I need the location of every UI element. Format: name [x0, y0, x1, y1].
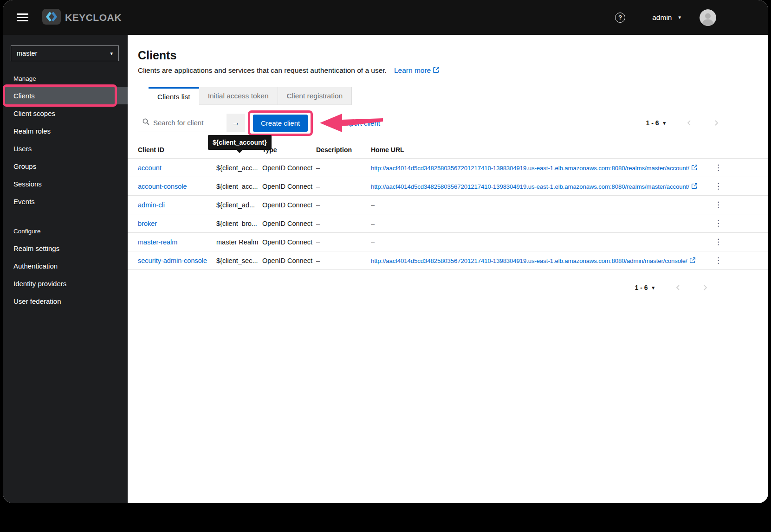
hamburger-menu-button[interactable]: [13, 8, 32, 27]
create-client-button[interactable]: Create client: [253, 115, 308, 132]
client-id-cell: admin-cli: [128, 196, 216, 214]
sidebar-item-groups[interactable]: Groups: [3, 157, 128, 175]
tooltip: ${client_account}: [208, 135, 272, 150]
table-row: account${client_acc...OpenID Connect–htt…: [128, 159, 768, 177]
kebab-menu-button[interactable]: ⋮: [712, 200, 725, 210]
sidebar-item-realm-roles[interactable]: Realm roles: [3, 122, 128, 140]
client-id-link[interactable]: master-realm: [138, 238, 177, 246]
sidebar-item-identity-providers[interactable]: Identity providers: [3, 275, 128, 292]
sidebar-item-label: Groups: [13, 162, 36, 170]
sidebar-item-user-federation[interactable]: User federation: [3, 292, 128, 310]
pagination-next-button[interactable]: [693, 120, 719, 126]
pagination-range[interactable]: 1 - 6: [635, 284, 648, 291]
sidebar-item-label: Sessions: [13, 180, 42, 188]
tab-client-registration[interactable]: Client registration: [278, 87, 352, 105]
description-cell: –: [316, 233, 371, 251]
description-cell: –: [316, 159, 371, 177]
topbar-right: ? admin ▾: [615, 9, 716, 26]
home-url-cell: http://aacf4014d5cd34825803567201217410-…: [371, 159, 699, 177]
avatar[interactable]: [700, 9, 716, 26]
description-value: –: [316, 183, 320, 190]
sidebar-item-label: Clients: [13, 92, 35, 100]
home-url-empty: –: [371, 201, 375, 209]
external-link-icon: [692, 183, 697, 190]
type-cell: OpenID Connect: [262, 159, 316, 177]
realm-selector[interactable]: master ▾: [11, 45, 119, 61]
tab-initial-access-token[interactable]: Initial access token: [199, 87, 278, 105]
sidebar-item-users[interactable]: Users: [3, 140, 128, 157]
kebab-menu-button[interactable]: ⋮: [712, 163, 725, 173]
pagination-next-button[interactable]: [681, 284, 708, 291]
sidebar-item-clients[interactable]: Clients: [3, 87, 128, 104]
client-id-cell: broker: [128, 214, 216, 233]
client-id-link[interactable]: account: [138, 164, 162, 172]
sidebar-item-events[interactable]: Events: [3, 192, 128, 210]
keycloak-icon: [42, 8, 62, 27]
home-url-empty: –: [371, 238, 375, 246]
table-row: security-admin-console${client_sec...Ope…: [128, 251, 768, 270]
name-cell: ${client_sec...: [216, 251, 262, 270]
sidebar-item-client-scopes[interactable]: Client scopes: [3, 104, 128, 122]
tab-clients-list[interactable]: Clients list: [149, 87, 199, 105]
sidebar-item-realm-settings[interactable]: Realm settings: [3, 239, 128, 257]
sidebar-item-label: User federation: [13, 297, 61, 305]
home-url-link[interactable]: http://aacf4014d5cd34825803567201217410-…: [371, 183, 697, 190]
actions-cell: ⋮: [699, 251, 768, 270]
client-id-link[interactable]: admin-cli: [138, 201, 165, 209]
home-url-cell: –: [371, 233, 699, 251]
search-icon: [143, 118, 149, 127]
help-icon[interactable]: ?: [615, 13, 625, 23]
description-value: –: [316, 238, 320, 246]
home-url-cell: –: [371, 196, 699, 214]
type-cell: OpenID Connect: [262, 214, 316, 233]
user-menu[interactable]: admin ▾: [652, 13, 681, 22]
kebab-menu-button[interactable]: ⋮: [712, 237, 725, 247]
kebab-menu-button[interactable]: ⋮: [712, 256, 725, 265]
toolbar: → Create client Import client 1 - 6 ▾: [128, 113, 768, 133]
client-id-link[interactable]: account-console: [138, 183, 187, 190]
sidebar-item-label: Realm roles: [13, 127, 51, 135]
description-cell: –: [316, 214, 371, 233]
sidebar-item-authentication[interactable]: Authentication: [3, 257, 128, 275]
table-row: account-console${client_acc...OpenID Con…: [128, 177, 768, 196]
search-input[interactable]: [153, 119, 223, 127]
column-header-actions: [699, 141, 768, 159]
client-id-link[interactable]: security-admin-console: [138, 257, 207, 264]
kebab-menu-button[interactable]: ⋮: [712, 181, 725, 191]
table-row: broker${client_bro...OpenID Connect––⋮: [128, 214, 768, 233]
client-id-cell: security-admin-console: [128, 251, 216, 270]
learn-more-link[interactable]: Learn more: [394, 66, 439, 75]
actions-cell: ⋮: [699, 177, 768, 196]
type-cell: OpenID Connect: [262, 233, 316, 251]
home-url-link[interactable]: http://aacf4014d5cd34825803567201217410-…: [371, 257, 695, 264]
description-value: –: [316, 220, 320, 227]
client-id-cell: account-console: [128, 177, 216, 196]
pagination-prev-button[interactable]: [654, 284, 681, 291]
client-id-link[interactable]: broker: [138, 220, 157, 227]
name-cell: master Realm: [216, 233, 262, 251]
client-id-cell: account: [128, 159, 216, 177]
home-url-link[interactable]: http://aacf4014d5cd34825803567201217410-…: [371, 165, 697, 172]
sidebar-item-label: Identity providers: [13, 280, 66, 288]
brand-text: KEYCLOAK: [65, 12, 122, 23]
home-url-cell: http://aacf4014d5cd34825803567201217410-…: [371, 177, 699, 196]
pagination-prev-button[interactable]: [666, 120, 693, 126]
chevron-down-icon: ▾: [678, 14, 681, 20]
sidebar-item-label: Events: [13, 198, 35, 205]
sidebar-item-sessions[interactable]: Sessions: [3, 175, 128, 192]
username: admin: [652, 13, 672, 22]
external-link-icon: [433, 66, 439, 75]
search-submit-button[interactable]: →: [227, 114, 245, 132]
main-content: Clients Clients are applications and ser…: [128, 35, 768, 503]
type-cell: OpenID Connect: [262, 196, 316, 214]
import-client-link[interactable]: Import client: [342, 119, 380, 127]
kebab-menu-button[interactable]: ⋮: [712, 218, 725, 228]
table-row: admin-cli${client_ad...OpenID Connect––⋮: [128, 196, 768, 214]
description-value: –: [316, 257, 320, 264]
pagination-bottom: 1 - 6 ▾: [635, 284, 708, 291]
sidebar-item-label: Client scopes: [13, 109, 55, 117]
column-header-description: Description: [316, 141, 371, 159]
pagination-range[interactable]: 1 - 6: [646, 119, 659, 127]
top-navbar: KEYCLOAK ? admin ▾: [3, 0, 768, 35]
sidebar-item-label: Authentication: [13, 262, 58, 270]
